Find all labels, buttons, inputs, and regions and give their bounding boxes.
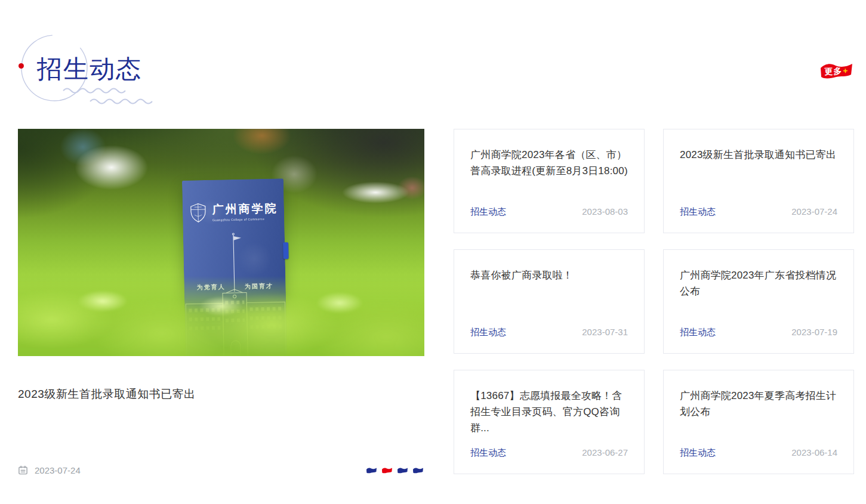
card-category-link[interactable]: 招生动态 [680,206,716,218]
card-footer: 招生动态 2023-07-19 [680,327,837,338]
card-footer: 招生动态 2023-07-31 [470,327,628,338]
card-category-link[interactable]: 招生动态 [680,447,716,459]
more-button[interactable]: 更多+ [819,61,854,81]
card-date: 2023-06-14 [791,447,837,457]
decorative-waves [61,86,163,107]
card-footer: 招生动态 2023-07-24 [680,206,837,218]
college-name-en: Guangzhou College of Commerce [212,217,278,221]
card-title: 广州商学院2023年广东省投档情况公布 [680,267,837,299]
card-category-link[interactable]: 招生动态 [470,206,506,218]
card-category-link[interactable]: 招生动态 [470,447,506,459]
foreground-grass [18,276,424,356]
card-date: 2023-07-19 [791,327,837,337]
decorative-red-dot [19,63,24,69]
calendar-icon [18,465,28,475]
card-category-link[interactable]: 招生动态 [470,327,506,338]
featured-date-wrap: 2023-07-24 [18,465,81,475]
card-footer: 招生动态 2023-06-14 [680,447,837,459]
card-category-link[interactable]: 招生动态 [680,327,716,338]
card-footer: 招生动态 2023-08-03 [470,206,628,218]
card-footer: 招生动态 2023-06-27 [470,447,628,459]
college-logo: 广州商学院 Guangzhou College of Commerce [183,200,285,224]
section-title: 招生动态 [37,55,142,84]
news-card[interactable]: 广州商学院2023年夏季高考招生计划公布 招生动态 2023-06-14 [663,370,854,474]
featured-article-date: 2023-07-24 [35,465,81,475]
pagination-flag[interactable] [381,467,393,474]
card-title: 【13667】志愿填报最全攻略！含招生专业目录页码、官方QQ咨询群... [470,388,628,436]
featured-image[interactable]: 广州商学院 Guangzhou College of Commerce 为党育人… [18,129,424,356]
more-button-label: 更多+ [819,66,855,78]
college-name-block: 广州商学院 Guangzhou College of Commerce [212,202,278,221]
featured-article-title[interactable]: 2023级新生首批录取通知书已寄出 [18,386,196,402]
news-card[interactable]: 广州商学院2023年各省（区、市）普高录取进程(更新至8月3日18:00) 招生… [454,129,645,233]
card-date: 2023-07-31 [582,327,628,337]
news-card[interactable]: 【13667】志愿填报最全攻略！含招生专业目录页码、官方QQ咨询群... 招生动… [454,370,645,474]
carousel-pagination [366,467,424,474]
more-text: 更多 [824,66,843,76]
card-title: 恭喜你被广商录取啦！ [470,267,628,283]
pagination-flag[interactable] [366,467,377,474]
college-shield-icon [189,202,207,224]
pagination-flag[interactable] [412,467,424,474]
card-date: 2023-08-03 [582,206,628,217]
card-title: 2023级新生首批录取通知书已寄出 [680,147,837,163]
news-card-grid: 广州商学院2023年各省（区、市）普高录取进程(更新至8月3日18:00) 招生… [454,129,854,474]
college-name: 广州商学院 [212,202,278,216]
card-date: 2023-07-24 [791,206,837,217]
featured-article: 广州商学院 Guangzhou College of Commerce 为党育人… [18,129,424,487]
featured-footer: 2023-07-24 [18,465,424,475]
pagination-flag[interactable] [397,467,408,474]
news-card[interactable]: 广州商学院2023年广东省投档情况公布 招生动态 2023-07-19 [663,249,854,354]
card-title: 广州商学院2023年各省（区、市）普高录取进程(更新至8月3日18:00) [470,147,628,179]
admissions-news-section: 招生动态 更多+ [0,0,866,504]
card-title: 广州商学院2023年夏季高考招生计划公布 [680,388,837,420]
more-plus: + [843,66,849,75]
card-date: 2023-06-27 [582,447,628,457]
news-card[interactable]: 恭喜你被广商录取啦！ 招生动态 2023-07-31 [454,249,645,354]
news-card[interactable]: 2023级新生首批录取通知书已寄出 招生动态 2023-07-24 [663,129,854,233]
